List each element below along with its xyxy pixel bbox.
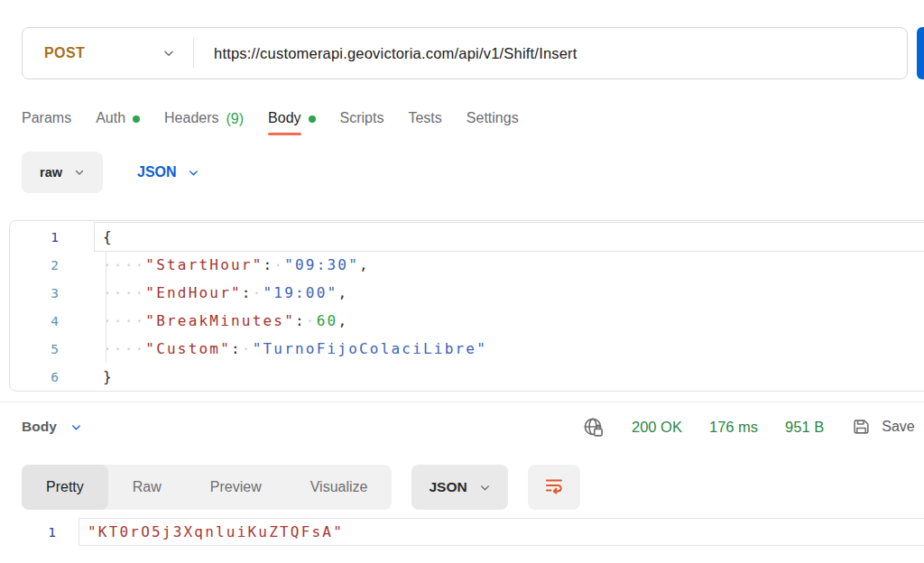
language-selector[interactable]: JSON: [137, 164, 199, 180]
line-number: 6: [10, 370, 95, 384]
tab-scripts[interactable]: Scripts: [340, 101, 384, 137]
token-ws: ····: [103, 340, 145, 357]
line-content: ····"Custom":·"TurnoFijoColaciLibre": [95, 335, 924, 363]
tab-headers[interactable]: Headers(9): [164, 101, 244, 137]
line-number: 1: [0, 525, 79, 540]
chevron-down-icon: [74, 167, 85, 178]
token-pn: :: [263, 256, 274, 273]
token-pn: }: [103, 368, 114, 385]
request-url-bar: POST https://customerapi.geovictoria.com…: [22, 27, 908, 79]
response-language-label: JSON: [429, 479, 467, 495]
tab-label: Settings: [467, 110, 519, 128]
save-label: Save: [882, 419, 914, 435]
response-meta: 200 OK 176 ms 951 B Save: [582, 411, 915, 442]
token-ws: ·: [306, 312, 317, 329]
network-secure-icon[interactable]: [582, 416, 605, 438]
token-key: "Custom": [145, 340, 231, 357]
token-str: "TurnoFijoColaciLibre": [253, 340, 487, 357]
tab-label: Body: [268, 110, 300, 128]
chevron-down-icon: [70, 421, 82, 433]
send-button[interactable]: [917, 27, 924, 79]
code-line[interactable]: 5····"Custom":·"TurnoFijoColaciLibre": [10, 335, 924, 363]
token-str: "09:30": [284, 256, 359, 273]
token-ws: ····: [103, 284, 145, 301]
line-content: ····"EndHour":·"19:00",: [95, 279, 924, 307]
body-type-label: raw: [40, 165, 62, 180]
token-pn: :: [295, 312, 306, 329]
chevron-down-icon: [162, 47, 175, 60]
code-line[interactable]: 3····"EndHour":·"19:00",: [10, 279, 924, 307]
line-number: 2: [10, 258, 95, 272]
token-ws: ····: [103, 256, 145, 273]
tab-count-badge: (9): [226, 111, 245, 127]
url-input[interactable]: https://customerapi.geovictoria.com/api/…: [194, 45, 578, 62]
request-tabs: ParamsAuthHeaders(9)BodyScriptsTestsSett…: [22, 101, 519, 137]
token-key: "BreakMinutes": [145, 312, 295, 329]
line-content: ····"StartHour":·"09:30",: [95, 251, 924, 279]
token-key: "EndHour": [145, 284, 242, 301]
tab-params[interactable]: Params: [22, 101, 71, 137]
line-content: {: [95, 223, 924, 251]
token-ws: ·: [253, 284, 263, 301]
token-str: "19:00": [263, 284, 338, 301]
response-view-tab-raw[interactable]: Raw: [108, 465, 186, 510]
token-pn: :: [242, 284, 253, 301]
response-view-tab-pretty[interactable]: Pretty: [22, 465, 108, 510]
response-panel-label: Body: [22, 419, 57, 435]
method-selector[interactable]: POST: [23, 45, 193, 61]
line-content: "KT0rO5j3XqnluiKuZTQFsA": [79, 519, 924, 545]
status-badge[interactable]: 200 OK: [632, 419, 682, 436]
token-pn: ,: [337, 284, 348, 301]
indent-guide: [106, 251, 106, 363]
response-panel-selector[interactable]: Body: [22, 411, 82, 442]
line-content: }: [95, 363, 924, 391]
body-type-row: raw JSON: [22, 152, 199, 193]
code-line[interactable]: 1{: [10, 223, 924, 251]
chevron-down-icon: [188, 167, 199, 179]
tab-body[interactable]: Body: [268, 101, 315, 137]
tab-auth[interactable]: Auth: [96, 101, 140, 137]
tab-label: Scripts: [340, 110, 384, 128]
tab-label: Params: [22, 110, 71, 128]
response-body-viewer[interactable]: 1"KT0rO5j3XqnluiKuZTQFsA": [0, 519, 924, 545]
tab-settings[interactable]: Settings: [467, 101, 519, 137]
response-size[interactable]: 951 B: [785, 419, 824, 436]
code-line[interactable]: 4····"BreakMinutes":·60,: [10, 307, 924, 335]
token-pn: ,: [359, 256, 370, 273]
line-number: 4: [10, 314, 95, 328]
token-ws: ····: [103, 312, 145, 329]
token-ws: ·: [273, 256, 284, 273]
code-line[interactable]: 6}: [10, 363, 924, 391]
response-view-tab-preview[interactable]: Preview: [186, 465, 286, 510]
response-view-tabs: PrettyRawPreviewVisualize: [22, 465, 392, 510]
line-number: 5: [10, 342, 95, 356]
response-language-selector[interactable]: JSON: [411, 465, 507, 510]
token-pn: {: [103, 228, 114, 245]
token-strred: "KT0rO5j3XqnluiKuZTQFsA": [88, 523, 344, 540]
response-time[interactable]: 176 ms: [709, 419, 758, 436]
token-pn: :: [231, 340, 242, 357]
line-content: ····"BreakMinutes":·60,: [95, 307, 924, 335]
code-line[interactable]: 1"KT0rO5j3XqnluiKuZTQFsA": [0, 519, 924, 545]
language-label: JSON: [137, 164, 177, 180]
tab-label: Tests: [408, 110, 441, 128]
tab-tests[interactable]: Tests: [408, 101, 441, 137]
tab-label: Auth: [96, 110, 125, 128]
token-ws: ·: [242, 340, 253, 357]
line-number: 1: [10, 230, 95, 245]
line-number: 3: [10, 286, 95, 300]
code-line[interactable]: 2····"StartHour":·"09:30",: [10, 251, 924, 279]
tab-status-dot: [309, 115, 316, 123]
chevron-down-icon: [479, 482, 491, 494]
body-type-selector[interactable]: raw: [22, 152, 103, 193]
response-view-tab-visualize[interactable]: Visualize: [286, 465, 393, 510]
token-num: 60: [317, 312, 338, 329]
wrap-text-icon: [543, 475, 565, 500]
save-icon: [851, 417, 871, 437]
wrap-text-button[interactable]: [528, 465, 580, 510]
save-response-button[interactable]: Save: [851, 417, 914, 437]
tab-label: Headers: [164, 110, 218, 128]
request-body-editor[interactable]: 1{2····"StartHour":·"09:30",3····"EndHou…: [9, 220, 924, 392]
tab-status-dot: [133, 115, 140, 123]
method-label: POST: [44, 45, 85, 61]
